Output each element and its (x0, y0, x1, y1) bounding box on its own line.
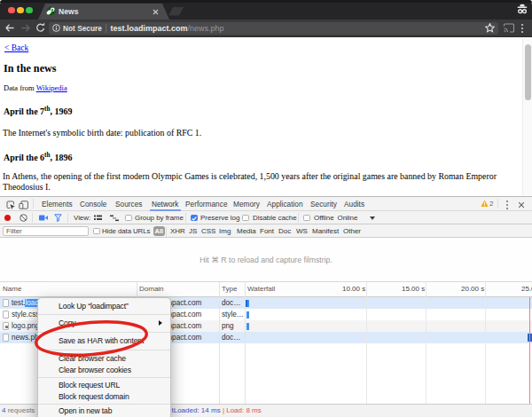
menu-dot (506, 201, 508, 202)
back-button[interactable] (2, 20, 18, 36)
domcontentloaded-value: tLoaded: 14 ms (172, 406, 221, 414)
clear-button[interactable] (20, 214, 27, 222)
tab-close-icon[interactable] (153, 9, 159, 15)
document-icon (3, 299, 9, 307)
scrollbar-thumb[interactable] (525, 44, 531, 100)
filter-pill-manifest[interactable]: Manifest (312, 226, 339, 236)
tab-elements[interactable]: Elements (42, 197, 73, 211)
cast-icon[interactable] (503, 22, 515, 35)
timing-summary: tLoaded: 14 ms | Load: 8 ms (172, 405, 262, 417)
tab-application[interactable]: Application (267, 197, 303, 211)
throttling-dropdown-icon[interactable] (370, 216, 375, 220)
menu-item-look-up[interactable]: Look Up “loadimpact” (38, 301, 170, 312)
filter-pill-other[interactable]: Other (343, 226, 361, 236)
filter-pill-doc[interactable]: Doc (278, 226, 291, 236)
toolbar-separator (185, 213, 186, 223)
zoom-window-button[interactable] (26, 7, 33, 14)
menu-item-clear-cookies[interactable]: Clear browser cookies (38, 365, 170, 376)
article1-date-pre: April the 7 (4, 106, 44, 116)
filter-pill-css[interactable]: CSS (201, 226, 215, 236)
browser-window: News Not Secure (0, 0, 532, 417)
browser-tab[interactable]: News (38, 4, 169, 20)
menu-item-clear-cache[interactable]: Clear browser cache (38, 353, 170, 365)
preserve-log-label: Preserve log (200, 211, 239, 224)
tab-security[interactable]: Security (310, 197, 337, 211)
tab-memory[interactable]: Memory (233, 197, 260, 211)
filter-pill-img[interactable]: Img (219, 226, 231, 236)
tab-sources[interactable]: Sources (115, 197, 142, 211)
filter-pill-js[interactable]: JS (189, 226, 197, 236)
tab-audits[interactable]: Audits (344, 197, 364, 211)
article2-date-pre: April the 6 (4, 153, 44, 162)
menu-dot (506, 208, 508, 209)
offline-checkbox[interactable] (303, 215, 310, 222)
menu-dot (506, 204, 508, 206)
filter-pill-ws[interactable]: WS (296, 226, 308, 236)
request-name: style.css (12, 309, 39, 320)
bookmark-star-icon[interactable] (485, 23, 495, 33)
request-type: png (222, 320, 244, 332)
col-waterfall[interactable]: Waterfall (247, 282, 275, 296)
column-separator[interactable] (245, 282, 246, 404)
close-window-button[interactable] (8, 7, 15, 14)
page-scrollbar[interactable] (522, 39, 532, 197)
url-path: /news.php (188, 24, 224, 33)
inspect-element-icon[interactable] (6, 201, 15, 209)
copy-label: Copy (59, 319, 75, 327)
forward-button[interactable] (18, 20, 34, 36)
column-separator[interactable] (219, 282, 220, 404)
minimize-window-button[interactable] (17, 7, 24, 14)
article2-body: In Athens, the opening of the first mode… (3, 171, 515, 192)
preserve-log-checkbox[interactable] (191, 215, 198, 222)
menu-item-open-new-tab[interactable]: Open in new tab (38, 405, 170, 417)
back-link[interactable]: < Back (4, 43, 28, 52)
wikipedia-link[interactable]: Wikipedia (36, 83, 67, 92)
col-type[interactable]: Type (222, 282, 237, 296)
device-toolbar-icon[interactable] (19, 201, 28, 209)
filter-pill-media[interactable]: Media (237, 226, 256, 236)
waterfall-tick (246, 300, 249, 307)
filter-input[interactable] (3, 226, 89, 236)
reload-button[interactable] (34, 20, 50, 36)
overview-icon[interactable] (110, 215, 119, 222)
waterfall-gridline (426, 282, 426, 404)
filter-pill-all[interactable]: All (153, 226, 166, 236)
info-icon[interactable] (52, 24, 60, 32)
menu-dot (521, 31, 523, 33)
hide-data-urls-checkbox[interactable] (93, 228, 100, 235)
devtools-close-icon[interactable] (518, 201, 525, 208)
menu-dot (521, 24, 523, 26)
warning-icon[interactable] (481, 200, 489, 208)
record-button[interactable] (4, 215, 11, 221)
tab-console[interactable]: Console (80, 197, 106, 211)
waterfall-gridline (485, 282, 486, 404)
throttling-select[interactable]: Online (338, 211, 358, 224)
large-rows-icon[interactable] (94, 215, 102, 222)
network-toolbar: View: Group by frame Preserve log Disabl… (0, 211, 532, 224)
toolbar-separator (497, 199, 498, 208)
filter-icon[interactable] (54, 214, 62, 222)
menu-item-block-url[interactable]: Block request URL (38, 380, 170, 391)
tab-performance[interactable]: Performance (185, 197, 228, 211)
time-label-10s: 10.00 s (342, 282, 365, 296)
address-bar[interactable]: Not Secure | test.loadimpact.com /news.p… (49, 22, 498, 35)
context-menu: Look Up “loadimpact” Copy Save as HAR wi… (37, 297, 171, 417)
tab-network[interactable]: Network (150, 197, 181, 211)
new-tab-button[interactable] (168, 7, 184, 16)
requests-label: requests | (5, 406, 38, 414)
capture-screenshots-icon[interactable] (39, 215, 48, 221)
source-prefix: Data from (4, 83, 36, 92)
view-label: View: (74, 211, 90, 224)
disable-cache-checkbox[interactable] (242, 215, 249, 222)
browser-titlebar: News (0, 0, 532, 20)
menu-item-copy[interactable]: Copy (38, 318, 170, 329)
filter-pill-font[interactable]: Font (260, 226, 274, 236)
menu-item-save-har[interactable]: Save as HAR with content (38, 335, 170, 347)
devtools-menu-icon[interactable] (506, 201, 508, 211)
browser-menu-icon[interactable] (521, 24, 523, 35)
col-name[interactable]: Name (3, 282, 21, 296)
menu-item-block-domain[interactable]: Block request domain (38, 391, 170, 403)
col-domain[interactable]: Domain (139, 282, 164, 296)
group-by-frame-checkbox[interactable] (125, 215, 132, 222)
filter-pill-xhr[interactable]: XHR (170, 226, 185, 236)
